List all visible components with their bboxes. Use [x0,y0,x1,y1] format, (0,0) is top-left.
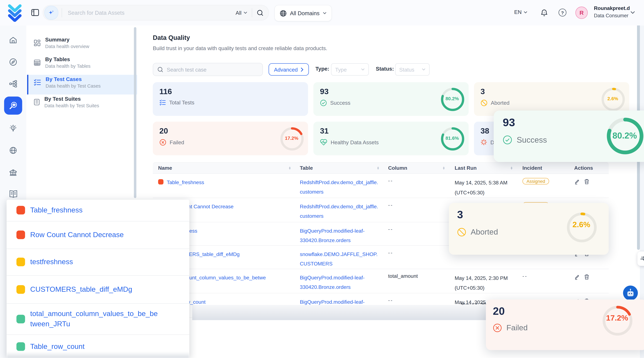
sidebar-item-by-test-cases[interactable]: By Test Cases Data health by Test Cases [27,75,137,95]
top-bar: Search for Data Assets All All Domains E… [0,0,644,26]
magnified-list-item[interactable]: total_amount_column_values_to_be_between… [6,303,189,334]
healthy-assets-value: 31 [320,127,328,135]
column-header-incident[interactable]: Incident [516,165,568,171]
chevron-down-icon [244,12,247,14]
data-quality-icon[interactable] [4,97,22,115]
sidebar-item-by-tables[interactable]: By Tables Data health by Tables [27,55,137,75]
chevron-down-icon [361,68,365,71]
notifications-bell-icon[interactable] [540,9,548,17]
table-row[interactable]: Table_freshnessRedshiftProd.dev.demo_dbt… [153,174,609,198]
openmetadata-logo-icon[interactable] [6,4,24,22]
column-header-last-run[interactable]: Last Run▲▼ [448,165,516,171]
page-subtitle: Build trust in your data with quality te… [153,45,327,51]
table-link[interactable]: BigQueryProd.modified-leaf-330420.Bronze… [300,273,380,292]
sidebar-item-description: Data health by Test Suites [44,103,99,109]
governance-bank-icon[interactable] [4,163,22,182]
failed-percent: 17.2% [279,136,304,141]
magnified-test-name[interactable]: CUSTOMERS_table_diff_eMDg [30,284,132,294]
success-card[interactable]: 93 Success 80.2% [313,82,468,116]
column-header-table[interactable]: Table▲▼ [294,165,383,171]
magnified-test-name[interactable]: total_amount_column_values_to_be_between… [30,308,158,329]
sort-icon[interactable]: ▲▼ [510,166,513,170]
ai-sparkle-icon[interactable] [44,6,58,20]
failed-value: 20 [160,127,168,135]
magnified-list-item[interactable]: Table_freshness [6,199,189,221]
table-link[interactable]: BigQueryProd.modified-leaf-330420.Bronze… [300,226,380,245]
chevron-down-icon [323,12,326,14]
slash-circle-icon [457,228,466,237]
magnified-list-item[interactable]: Row Count Cannot Decrease [6,221,189,248]
edit-icon[interactable] [574,179,580,184]
user-name: Rounakpreet.d [594,5,630,11]
table-row[interactable]: total_amount_column_values_to_be_between… [153,269,609,293]
insights-lightbulb-icon[interactable] [4,119,22,137]
domains-globe-icon[interactable] [4,141,22,159]
robot-icon [626,288,636,298]
funnel-icon [640,256,644,262]
aborted-overlay-percent: 2.6% [565,220,598,229]
status-filter-label: Status: [376,66,394,72]
avatar[interactable]: R [575,7,588,19]
partial-table[interactable]: BigQueryProd.modified-leaf- [310,302,375,304]
magnified-test-name[interactable]: testfreshness [30,257,73,267]
success-value: 93 [320,87,328,96]
status-filter-select[interactable]: Status [395,63,430,76]
magnified-failed-card: 20 Failed 17.2% [486,299,644,350]
test-tools-tab[interactable] [638,251,644,266]
search-icon [157,66,164,72]
delete-icon[interactable] [584,179,589,184]
total-tests-card[interactable]: 116 Total Tests [153,82,308,116]
data-quality-dashboard: Search for Data Assets All All Domains E… [0,0,644,358]
magnified-test-name[interactable]: Table_row_count [30,341,85,351]
summary-grid-icon [34,39,41,47]
failed-card[interactable]: 20 Failed 17.2% [153,122,308,155]
table-link[interactable]: RedshiftProd.dev.demo_dbt_jaffle.custome… [300,178,380,197]
search-scope-dropdown[interactable]: All [236,10,247,16]
magnified-test-name[interactable]: Table_freshness [30,205,82,215]
magnified-list-item[interactable]: CUSTOMERS_table_diff_eMDg [6,275,189,303]
type-filter-select[interactable]: Type [331,63,369,76]
domains-label: All Domains [290,10,320,16]
check-circle-icon [503,135,512,145]
sort-icon[interactable]: ▲▼ [288,166,291,170]
burst-icon [480,139,487,145]
sidebar-scrollbar[interactable] [134,27,136,198]
sidebar-item-summary[interactable]: Summary Data health overview [27,35,137,55]
chat-assistant-button[interactable] [623,286,638,300]
search-icon[interactable] [257,9,264,16]
test-case-search-input[interactable]: Search test case [153,63,263,76]
user-menu-chevron-icon[interactable] [630,11,635,14]
sort-icon[interactable]: ▲▼ [442,166,445,170]
delete-icon[interactable] [584,274,589,280]
table-link[interactable]: snowflake.DEMO.JAFFLE_SHOP.CUSTOMERS [300,250,380,269]
edit-icon[interactable] [574,274,580,280]
domains-dropdown[interactable]: All Domains [274,5,332,22]
partial-name[interactable]: tRC [193,302,202,304]
column-header-name[interactable]: Name▲▼ [153,165,294,171]
lineage-icon[interactable] [4,75,22,93]
help-icon[interactable] [558,9,566,17]
sidebar-item-by-test-suites[interactable]: By Test Suites Data health by Test Suite… [27,95,137,114]
slash-circle-icon [480,99,488,107]
advanced-filter-button[interactable]: Advanced [268,63,309,76]
column-header-column[interactable]: Column▲▼ [383,165,448,171]
divider [62,8,62,17]
sort-icon[interactable]: ▲▼ [376,166,380,170]
table-header: Name▲▼ Table▲▼ Column▲▼ Last Run▲▼ Incid… [153,162,609,174]
incident-badge[interactable]: Assigned [522,178,549,184]
healthy-assets-card[interactable]: 31 Healthy Data Assets 81.6% [313,122,468,155]
home-icon[interactable] [4,31,22,49]
global-search-input[interactable]: Search for Data Assets All [43,5,269,21]
explore-compass-icon[interactable] [4,53,22,71]
magnified-list-item[interactable]: testfreshness [6,248,189,275]
sidebar-toggle-icon[interactable] [31,9,39,16]
magnified-test-name[interactable]: Row Count Cannot Decrease [30,230,124,240]
language-dropdown[interactable]: EN [514,9,527,15]
failed-overlay-value: 20 [493,305,505,318]
test-case-link[interactable]: Table_freshness [167,178,204,187]
column-header-actions: Actions [568,165,609,171]
status-square [16,285,25,294]
sidebar-item-label: By Tables [45,56,90,63]
table-link[interactable]: RedshiftProd.dev.demo_dbt_jaffle.custome… [300,202,380,221]
sidebar-item-label: By Test Cases [46,76,101,83]
